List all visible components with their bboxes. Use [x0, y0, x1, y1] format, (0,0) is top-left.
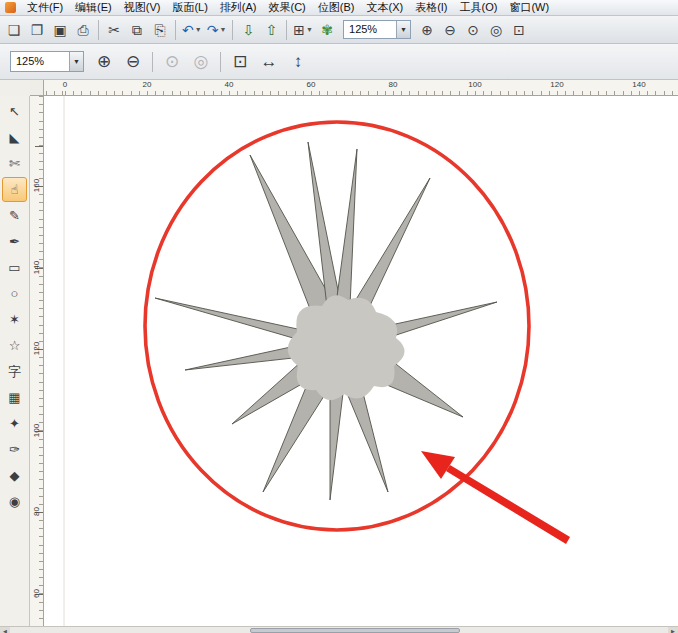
open-button[interactable]: ❐	[26, 19, 48, 41]
polygon-tool-icon: ✶	[9, 312, 20, 327]
menu-item-3[interactable]: 版面(L)	[166, 0, 213, 15]
rectangle-tool[interactable]: ▭	[2, 255, 27, 280]
application-launcher-icon: ⊞	[293, 23, 305, 37]
shape-tool[interactable]: ◣	[2, 125, 27, 150]
menu-item-4[interactable]: 排列(A)	[214, 0, 263, 15]
print-button[interactable]: ⎙	[72, 19, 94, 41]
freehand-tool[interactable]: ✎	[2, 203, 27, 228]
export-button[interactable]: ⇧	[260, 19, 282, 41]
pick-tool-icon: ↖	[9, 104, 20, 119]
zoom-level-combobox[interactable]: 125%▼	[343, 20, 411, 39]
redo-button[interactable]: ↷▼	[205, 19, 229, 41]
drawing-svg	[44, 96, 678, 626]
zoom-selected-button[interactable]: ⊙	[159, 49, 185, 75]
copy-button[interactable]: ⧉	[126, 19, 148, 41]
redo-icon: ↷	[207, 23, 219, 37]
zoom-out-button[interactable]: ⊖	[439, 19, 461, 41]
zoom-page-height-button[interactable]: ↕	[285, 49, 311, 75]
welcome-screen-button[interactable]: ✾	[316, 19, 338, 41]
menu-item-6[interactable]: 位图(B)	[312, 0, 361, 15]
cut-icon: ✂	[108, 23, 120, 37]
toolbox: ↖◣✄☝✎✒▭○✶☆字▦✦✑◆◉	[0, 96, 30, 633]
standard-toolbar: ❏❐▣⎙✂⧉⎘↶▼↷▼⇩⇧⊞▼✾125%▼⊕⊖⊙◎⊡	[0, 16, 678, 44]
zoom-level-value: 125%	[11, 52, 69, 71]
save-button[interactable]: ▣	[49, 19, 71, 41]
pick-tool[interactable]: ↖	[2, 99, 27, 124]
splatter-star-body[interactable]	[288, 295, 405, 400]
rectangle-tool-icon: ▭	[8, 260, 20, 275]
text-tool-icon: 字	[8, 363, 21, 381]
eyedropper-tool[interactable]: ✦	[2, 411, 27, 436]
combo-dropdown-icon[interactable]: ▼	[396, 21, 410, 38]
zoom-page-width-button[interactable]: ↔	[256, 49, 282, 75]
table-tool-icon: ▦	[8, 390, 20, 405]
menu-item-9[interactable]: 工具(O)	[454, 0, 504, 15]
ellipse-tool[interactable]: ○	[2, 281, 27, 306]
undo-button[interactable]: ↶▼	[180, 19, 204, 41]
zoom-levels-combobox[interactable]: 125%▼	[10, 51, 84, 72]
zoom-selected-icon: ⊙	[165, 53, 179, 70]
zoom-page-icon: ⊡	[233, 53, 247, 70]
ruler-origin-corner	[30, 80, 44, 96]
hruler-label-120: 120	[550, 80, 563, 89]
zoom-page-height-icon: ↕	[294, 53, 303, 70]
toolbar-separator	[286, 20, 287, 40]
app-icon	[5, 2, 16, 13]
text-tool[interactable]: 字	[2, 359, 27, 384]
paste-button[interactable]: ⎘	[149, 19, 171, 41]
combo-dropdown-icon[interactable]: ▼	[69, 52, 83, 71]
smart-fill-tool-icon: ✒	[9, 234, 20, 249]
menu-item-2[interactable]: 视图(V)	[118, 0, 167, 15]
print-icon: ⎙	[77, 23, 88, 37]
zoom-all-button[interactable]: ◎	[485, 19, 507, 41]
dropdown-caret-icon[interactable]: ▼	[219, 26, 226, 33]
vertical-ruler: 1601401201008060	[30, 96, 44, 626]
basic-shapes-tool[interactable]: ☆	[2, 333, 27, 358]
vruler-label-80: 80	[32, 502, 41, 522]
cut-button[interactable]: ✂	[103, 19, 125, 41]
smart-fill-tool[interactable]: ✒	[2, 229, 27, 254]
drawing-canvas[interactable]	[44, 96, 678, 626]
menu-item-8[interactable]: 表格(I)	[409, 0, 453, 15]
undo-icon: ↶	[182, 23, 194, 37]
pan-tool-icon: ☝	[11, 182, 19, 197]
scroll-right-icon[interactable]: ▶	[668, 627, 678, 633]
open-icon: ❐	[31, 23, 44, 37]
crop-tool-icon: ✄	[9, 156, 20, 171]
toolbar-separator	[175, 20, 176, 40]
dropdown-caret-icon[interactable]: ▼	[306, 26, 313, 33]
zoom-in-icon: ⊕	[421, 23, 433, 37]
basic-shapes-tool-icon: ☆	[9, 338, 21, 353]
freehand-tool-icon: ✎	[9, 208, 20, 223]
menu-item-0[interactable]: 文件(F)	[21, 0, 69, 15]
horizontal-scrollbar[interactable]: ◀ ▶	[0, 626, 678, 633]
interactive-fill-tool[interactable]: ◉	[2, 489, 27, 514]
zoom-in-icon: ⊕	[97, 53, 111, 70]
menu-item-7[interactable]: 文本(X)	[360, 0, 409, 15]
new-document-icon: ❏	[8, 23, 21, 37]
import-button[interactable]: ⇩	[237, 19, 259, 41]
zoom-page-button[interactable]: ⊡	[227, 49, 253, 75]
application-launcher-button[interactable]: ⊞▼	[291, 19, 315, 41]
menu-item-1[interactable]: 编辑(E)	[69, 0, 118, 15]
dropdown-caret-icon[interactable]: ▼	[195, 26, 202, 33]
menu-item-5[interactable]: 效果(C)	[263, 0, 312, 15]
fill-tool[interactable]: ◆	[2, 463, 27, 488]
new-document-button[interactable]: ❏	[3, 19, 25, 41]
zoom-all-objects-button[interactable]: ◎	[188, 49, 214, 75]
zoom-in-button[interactable]: ⊕	[416, 19, 438, 41]
polygon-tool[interactable]: ✶	[2, 307, 27, 332]
pan-tool[interactable]: ☝	[2, 177, 27, 202]
zoom-selected-icon: ⊙	[467, 23, 479, 37]
menu-item-10[interactable]: 窗口(W)	[503, 0, 555, 15]
zoom-selected-button[interactable]: ⊙	[462, 19, 484, 41]
outline-pen-tool[interactable]: ✑	[2, 437, 27, 462]
scroll-left-icon[interactable]: ◀	[0, 627, 10, 633]
toolbar-separator	[232, 20, 233, 40]
zoom-out-button[interactable]: ⊖	[120, 49, 146, 75]
horizontal-scrollbar-thumb[interactable]	[250, 628, 460, 633]
table-tool[interactable]: ▦	[2, 385, 27, 410]
crop-tool[interactable]: ✄	[2, 151, 27, 176]
zoom-page-button[interactable]: ⊡	[508, 19, 530, 41]
zoom-in-button[interactable]: ⊕	[91, 49, 117, 75]
